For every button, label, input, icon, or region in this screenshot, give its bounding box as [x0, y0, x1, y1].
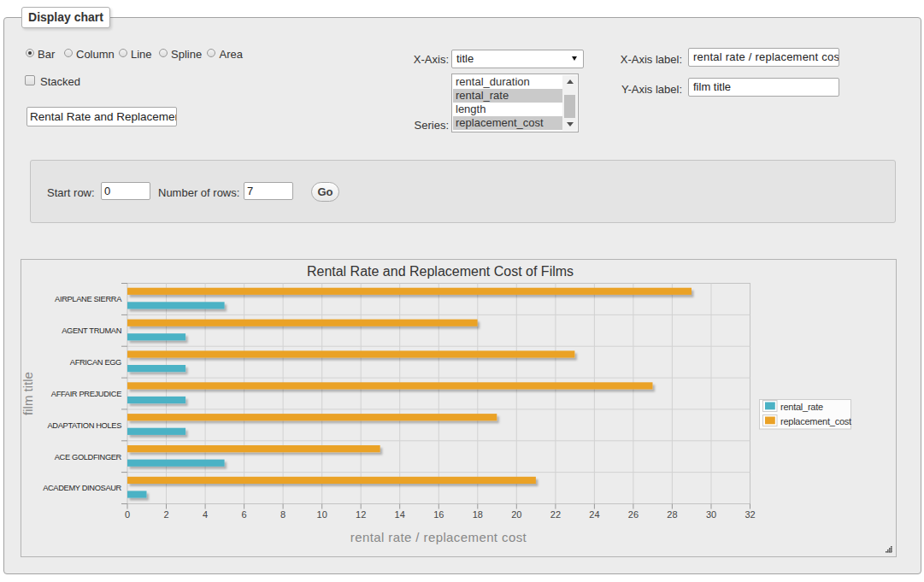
- svg-text:ADAPTATION HOLES: ADAPTATION HOLES: [47, 421, 121, 430]
- svg-text:26: 26: [628, 509, 639, 520]
- svg-text:0: 0: [125, 509, 130, 520]
- svg-text:28: 28: [667, 509, 677, 520]
- svg-text:10: 10: [317, 509, 327, 520]
- svg-text:AFRICAN EGG: AFRICAN EGG: [70, 358, 121, 367]
- svg-text:ACADEMY DINOSAUR: ACADEMY DINOSAUR: [43, 484, 121, 492]
- svg-text:rental rate / replacement cost: rental rate / replacement cost: [350, 530, 527, 544]
- svg-text:24: 24: [589, 509, 599, 520]
- svg-text:8: 8: [280, 509, 285, 520]
- svg-text:2: 2: [163, 509, 168, 520]
- svg-text:20: 20: [511, 509, 521, 520]
- svg-text:6: 6: [242, 509, 247, 520]
- svg-text:AGENT TRUMAN: AGENT TRUMAN: [62, 326, 121, 335]
- svg-text:AFFAIR PREJUDICE: AFFAIR PREJUDICE: [51, 390, 121, 398]
- svg-text:32: 32: [744, 509, 755, 520]
- svg-text:30: 30: [706, 509, 716, 520]
- svg-text:16: 16: [433, 509, 444, 520]
- svg-text:22: 22: [550, 509, 561, 520]
- svg-text:AIRPLANE SIERRA: AIRPLANE SIERRA: [55, 295, 122, 303]
- svg-text:18: 18: [473, 509, 483, 520]
- svg-text:14: 14: [395, 509, 405, 520]
- svg-text:rental_rate: rental_rate: [780, 402, 823, 412]
- svg-text:replacement_cost: replacement_cost: [780, 416, 851, 426]
- svg-text:film title: film title: [21, 372, 35, 415]
- svg-text:Rental Rate and Replacement Co: Rental Rate and Replacement Cost of Film…: [307, 264, 574, 279]
- svg-text:ACE GOLDFINGER: ACE GOLDFINGER: [55, 453, 122, 461]
- svg-text:12: 12: [356, 509, 366, 520]
- svg-text:4: 4: [203, 509, 208, 520]
